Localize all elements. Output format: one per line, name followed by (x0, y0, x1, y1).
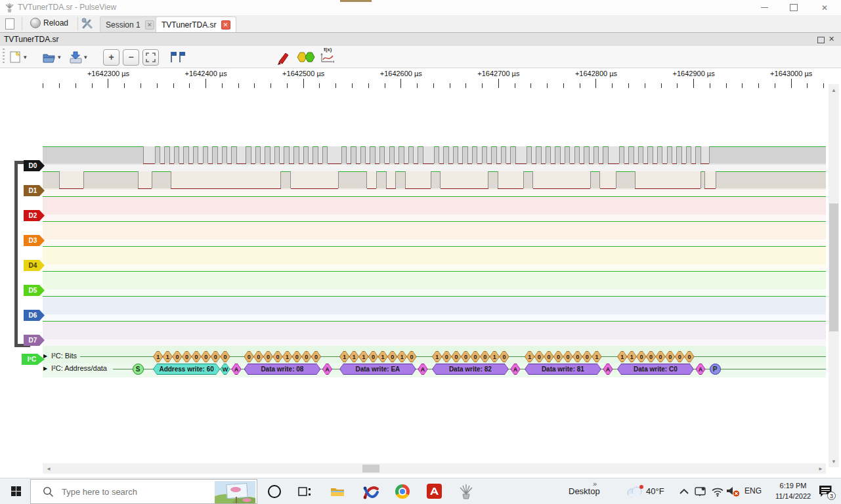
add-decoder-button[interactable] (297, 49, 316, 66)
temperature-label[interactable]: 40°F (646, 486, 664, 496)
i2c-bit-annotation: 0 (646, 351, 656, 362)
i2c-bit-annotation: 0 (684, 351, 694, 362)
scroll-down-icon[interactable]: ▼ (829, 457, 839, 466)
i2c-bit-annotation: 0 (220, 351, 230, 362)
dropdown-icon[interactable]: ▾ (24, 54, 27, 60)
notification-badge: 3 (827, 492, 836, 500)
i2c-annotation-write-bit: W (220, 364, 230, 375)
pulseview-window: TVTunerTDA.sr - PulseView ✕ Reload Sessi… (0, 0, 841, 504)
show-cursors-button[interactable] (166, 49, 186, 66)
maximize-button[interactable] (783, 0, 805, 15)
search-input[interactable] (60, 486, 201, 497)
i2c-annotation-data-write: Data write: C0 (617, 364, 694, 375)
title-bar[interactable]: TVTunerTDA.sr - PulseView ✕ (0, 0, 841, 15)
search-highlight-art[interactable] (215, 481, 255, 503)
start-button[interactable] (3, 478, 29, 504)
trace-view[interactable]: +1642300 µs+1642400 µs+1642500 µs+164260… (0, 68, 841, 478)
time-label: 6:19 PM (767, 480, 819, 491)
overflow-chevrons-icon[interactable]: » (593, 480, 597, 488)
i2c-bit-annotation: 0 (480, 351, 490, 362)
i2c-bit-annotation: 1 (627, 351, 637, 362)
i2c-bit-annotation: 0 (563, 351, 572, 362)
app-icon (5, 3, 14, 13)
desktop-label[interactable]: Desktop (569, 486, 600, 496)
i2c-bit-annotation: 1 (339, 351, 349, 362)
tab-tvtunertda[interactable]: TVTunerTDA.sr ✕ (156, 16, 236, 32)
open-button[interactable]: ▾ (42, 49, 61, 66)
i2c-bit-annotation: 1 (525, 351, 534, 362)
i2c-bit-annotation: 0 (470, 351, 480, 362)
scroll-up-icon[interactable]: ▲ (829, 85, 839, 94)
reload-button[interactable]: Reload (43, 18, 68, 28)
i2c-bit-annotation: 0 (544, 351, 553, 362)
i2c-annotation-ack: A (510, 364, 520, 375)
tab-label: TVTunerTDA.sr (162, 20, 217, 30)
i2c-bit-annotation: 0 (665, 351, 675, 362)
tab-close-icon[interactable]: ✕ (145, 20, 154, 30)
hidden-icons-chevron[interactable] (675, 478, 693, 504)
toolbar-drag-handle[interactable] (3, 49, 5, 65)
i2c-bit-annotation: 0 (442, 351, 452, 362)
settings-tools-icon[interactable] (81, 18, 93, 30)
i2c-bit-annotation: 0 (368, 351, 378, 362)
scroll-left-icon[interactable]: ◄ (44, 463, 53, 474)
i2c-bit-annotation: 1 (163, 351, 173, 362)
new-view-icon[interactable] (5, 18, 14, 30)
file-explorer-icon[interactable] (324, 478, 351, 504)
i2c-annotation-data-write: Data write: EA (339, 364, 416, 375)
tab-session-1[interactable]: Session 1 ✕ (100, 16, 160, 32)
chrome-icon[interactable] (389, 478, 416, 504)
dock-title-bar[interactable]: TVTunerTDA.sr ✕ (0, 32, 841, 46)
i2c-bit-annotation: 0 (461, 351, 471, 362)
horizontal-scroll-thumb[interactable] (362, 465, 379, 472)
search-icon (43, 486, 54, 497)
window-title: TVTunerTDA.sr - PulseView (18, 3, 116, 12)
i2c-bit-annotation: 0 (451, 351, 461, 362)
i2c-bit-annotation: 0 (172, 351, 182, 362)
date-label: 11/14/2022 (767, 491, 819, 501)
vertical-scroll-thumb[interactable] (829, 203, 838, 331)
language-indicator[interactable]: ENG (744, 486, 762, 495)
save-button[interactable]: ▾ (68, 49, 87, 66)
i2c-annotation-ack: A (231, 364, 241, 375)
meet-now-icon[interactable] (692, 478, 710, 504)
i2c-bit-annotation: 0 (301, 351, 311, 362)
plant-icon[interactable] (453, 478, 479, 504)
i2c-bit-annotation: 0 (292, 351, 302, 362)
reload-icon[interactable] (30, 18, 41, 28)
dropdown-icon[interactable]: ▾ (58, 54, 61, 60)
i2c-bit-annotation: 1 (592, 351, 601, 362)
i2c-bit-annotation: 0 (582, 351, 592, 362)
pulseview-taskbar-icon[interactable] (358, 478, 384, 504)
i2c-bit-annotation: 1 (153, 351, 163, 362)
horizontal-scrollbar[interactable] (43, 463, 826, 474)
zoom-out-button[interactable]: − (123, 49, 139, 66)
volume-muted-icon[interactable] (723, 478, 742, 504)
scroll-right-icon[interactable]: ► (816, 463, 825, 474)
tab-close-icon[interactable]: ✕ (221, 20, 230, 30)
fx-icon-label: f(x) (324, 47, 332, 52)
i2c-bit-annotation: 0 (211, 351, 221, 362)
i2c-bit-annotation: 1 (349, 351, 359, 362)
task-view-icon[interactable] (291, 478, 318, 504)
session-tab-bar: Reload Session 1 ✕ TVTunerTDA.sr ✕ (0, 15, 841, 32)
dock-close-icon[interactable]: ✕ (829, 35, 834, 43)
zoom-in-button[interactable]: + (103, 49, 119, 66)
i2c-bit-annotation: 1 (397, 351, 407, 362)
zoom-fit-button[interactable] (142, 49, 159, 66)
action-center-icon[interactable]: 3 (814, 478, 836, 504)
close-button[interactable]: ✕ (813, 0, 836, 15)
weather-icon[interactable] (621, 478, 647, 504)
opera-icon[interactable] (261, 478, 288, 504)
math-signal-button[interactable]: f(x) (319, 49, 336, 66)
dropdown-icon[interactable]: ▾ (84, 54, 87, 60)
capture-probe-button[interactable] (274, 49, 291, 66)
i2c-annotation-address-write: Address write: 60 (153, 364, 220, 375)
search-box[interactable] (30, 479, 257, 504)
i2c-bit-annotation: 0 (406, 351, 416, 362)
minimize-button[interactable] (753, 0, 775, 15)
acrobat-icon[interactable] (421, 478, 447, 504)
clock[interactable]: 6:19 PM 11/14/2022 (767, 480, 819, 501)
float-dock-icon[interactable] (817, 37, 825, 43)
new-session-button[interactable]: ▾ (9, 49, 27, 66)
